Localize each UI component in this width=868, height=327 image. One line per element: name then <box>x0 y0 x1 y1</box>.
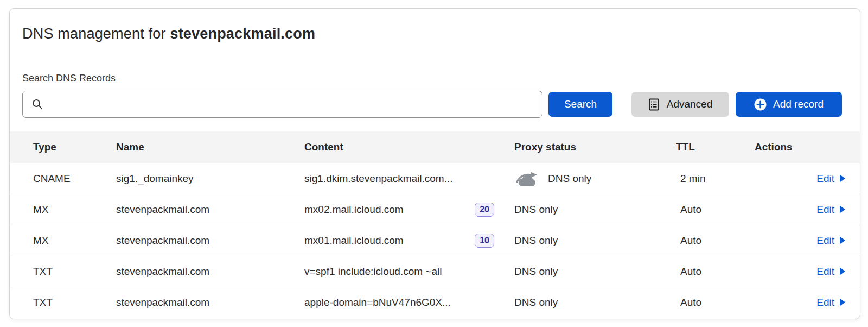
column-header-actions: Actions <box>755 131 860 163</box>
record-name: sig1._domainkey <box>116 163 304 194</box>
page-title: DNS management for stevenpackmail.com <box>22 25 860 42</box>
search-label: Search DNS Records <box>22 73 860 84</box>
caret-right-icon <box>839 174 846 183</box>
record-ttl: 2 min <box>676 163 755 194</box>
add-record-button[interactable]: Add record <box>736 92 842 117</box>
advanced-button-label: Advanced <box>667 98 713 110</box>
dns-management-panel: DNS management for stevenpackmail.com Se… <box>9 8 860 319</box>
record-content: mx02.mail.icloud.com <box>304 204 404 216</box>
add-record-button-label: Add record <box>773 98 824 110</box>
proxy-status: DNS only <box>548 173 591 185</box>
column-header-proxy-status: Proxy status <box>505 131 676 163</box>
record-type: MX <box>10 225 116 256</box>
search-button[interactable]: Search <box>548 92 612 117</box>
edit-link[interactable]: Edit <box>816 266 846 278</box>
proxy-status: DNS only <box>514 235 558 247</box>
proxy-status: DNS only <box>514 297 558 309</box>
plus-icon <box>754 98 767 111</box>
priority-badge: 10 <box>475 234 494 248</box>
table-row: TXT stevenpackmail.com v=spf1 include:ic… <box>10 256 860 287</box>
domain-name: stevenpackmail.com <box>170 26 315 42</box>
priority-badge: 20 <box>475 203 494 217</box>
column-header-type: Type <box>10 131 116 163</box>
search-toolbar: Search Advanced <box>22 91 842 118</box>
record-name: stevenpackmail.com <box>116 287 304 318</box>
column-header-name: Name <box>116 131 304 163</box>
dns-records-table: Type Name Content Proxy status TTL Actio… <box>10 131 860 318</box>
proxy-status: DNS only <box>514 204 558 216</box>
edit-link[interactable]: Edit <box>816 235 846 247</box>
caret-right-icon <box>839 267 846 275</box>
edit-link[interactable]: Edit <box>816 173 846 185</box>
list-icon <box>648 98 660 111</box>
edit-link[interactable]: Edit <box>816 297 846 309</box>
search-input[interactable] <box>22 91 542 118</box>
record-content: mx01.mail.icloud.com <box>304 235 404 247</box>
table-body: CNAME sig1._domainkey sig1.dkim.stevenpa… <box>10 163 860 318</box>
caret-right-icon <box>839 205 846 213</box>
record-type: TXT <box>10 256 116 287</box>
record-content: sig1.dkim.stevenpackmail.com... <box>304 173 453 185</box>
edit-link-label: Edit <box>816 297 834 309</box>
edit-link-label: Edit <box>816 173 834 185</box>
record-ttl: Auto <box>676 287 755 318</box>
record-type: TXT <box>10 287 116 318</box>
column-header-ttl: TTL <box>676 131 755 163</box>
proxy-status: DNS only <box>514 266 558 278</box>
table-header-row: Type Name Content Proxy status TTL Actio… <box>10 131 860 163</box>
record-name: stevenpackmail.com <box>116 225 304 256</box>
column-header-content: Content <box>304 131 505 163</box>
record-name: stevenpackmail.com <box>116 256 304 287</box>
edit-link[interactable]: Edit <box>816 204 846 216</box>
advanced-button[interactable]: Advanced <box>631 92 729 117</box>
caret-right-icon <box>839 298 846 306</box>
record-ttl: Auto <box>676 225 755 256</box>
record-ttl: Auto <box>676 194 755 225</box>
record-content: apple-domain=bNuV47n6G0X... <box>304 297 451 309</box>
table-row: MX stevenpackmail.com mx02.mail.icloud.c… <box>10 194 860 225</box>
dns-only-cloud-icon <box>514 171 540 187</box>
table-row: CNAME sig1._domainkey sig1.dkim.stevenpa… <box>10 163 860 194</box>
record-type: CNAME <box>10 163 116 194</box>
record-type: MX <box>10 194 116 225</box>
page-title-prefix: DNS management for <box>22 26 170 42</box>
record-name: stevenpackmail.com <box>116 194 304 225</box>
search-input-wrap <box>22 91 542 118</box>
table-row: MX stevenpackmail.com mx01.mail.icloud.c… <box>10 225 860 256</box>
record-ttl: Auto <box>676 256 755 287</box>
record-content: v=spf1 include:icloud.com ~all <box>304 266 442 278</box>
edit-link-label: Edit <box>816 204 834 216</box>
edit-link-label: Edit <box>816 266 834 278</box>
table-row: TXT stevenpackmail.com apple-domain=bNuV… <box>10 287 860 318</box>
edit-link-label: Edit <box>816 235 834 247</box>
caret-right-icon <box>839 236 846 244</box>
